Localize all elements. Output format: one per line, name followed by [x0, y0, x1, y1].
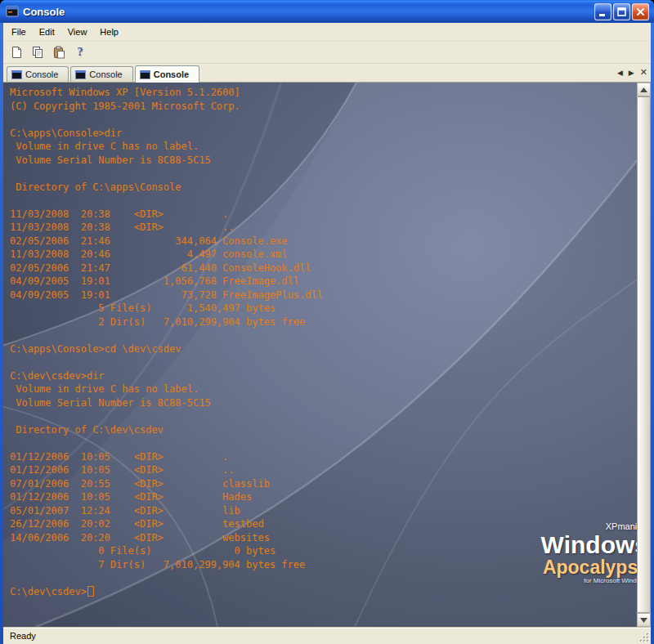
scrollbar-track[interactable]: [637, 96, 651, 613]
tab-console-1[interactable]: Console: [7, 66, 69, 82]
tab-controls: ◀ ▶ ✕: [617, 67, 647, 78]
help-icon: ?: [78, 46, 83, 59]
console-tab-icon: [11, 69, 22, 80]
status-bar: Ready: [3, 627, 651, 644]
scrollbar-thumb[interactable]: [637, 96, 651, 613]
menu-view[interactable]: View: [61, 25, 94, 39]
window-controls: [594, 3, 649, 20]
tab-close-button[interactable]: ✕: [640, 67, 647, 78]
maximize-icon: [616, 7, 627, 17]
tab-label: Console: [89, 69, 122, 79]
new-document-icon: [10, 46, 23, 59]
tab-console-2[interactable]: Console: [70, 66, 132, 82]
tab-console-3-active[interactable]: Console: [135, 65, 199, 83]
menu-help[interactable]: Help: [93, 25, 125, 39]
tab-scroll-left-button[interactable]: ◀: [617, 69, 623, 77]
paste-button[interactable]: [49, 43, 69, 62]
console-tab-icon: [140, 69, 150, 80]
scroll-up-button[interactable]: [637, 83, 651, 96]
console-text: Microsoft Windows XP [Version 5.1.2600] …: [10, 87, 323, 597]
menubar: File Edit View Help: [3, 23, 651, 42]
minimize-icon: [598, 7, 608, 17]
vertical-scrollbar[interactable]: [637, 83, 651, 627]
menu-edit[interactable]: Edit: [33, 25, 61, 39]
app-icon: [6, 5, 19, 18]
tab-scroll-right-button[interactable]: ▶: [629, 69, 634, 77]
close-button[interactable]: [632, 3, 649, 20]
scroll-down-button[interactable]: [637, 613, 651, 627]
window-title: Console: [23, 6, 594, 18]
console-tab-icon: [75, 69, 86, 80]
maximize-button[interactable]: [613, 3, 630, 20]
titlebar[interactable]: Console: [0, 0, 654, 23]
scroll-up-arrow-icon: [640, 87, 647, 92]
tab-label: Console: [154, 69, 189, 79]
paste-icon: [52, 46, 65, 59]
console-output: Microsoft Windows XP [Version 5.1.2600] …: [3, 83, 637, 627]
console-window: Console File Edit View Help: [0, 0, 654, 644]
resize-grip[interactable]: [639, 633, 650, 643]
copy-button[interactable]: [28, 43, 47, 62]
scroll-down-arrow-icon: [640, 618, 647, 623]
status-text: Ready: [10, 631, 36, 641]
tab-label: Console: [25, 69, 58, 79]
minimize-button[interactable]: [594, 3, 611, 20]
menu-file[interactable]: File: [5, 25, 33, 39]
copy-icon: [31, 46, 44, 59]
console-area[interactable]: XPmania's Windows Apocalypse for Microso…: [3, 83, 651, 627]
help-button[interactable]: ?: [70, 43, 90, 62]
toolbar: ?: [3, 42, 651, 64]
new-tab-button[interactable]: [7, 43, 26, 62]
close-icon: [635, 7, 646, 17]
console-cursor: [87, 586, 94, 597]
tab-bar: Console Console Console ◀ ▶ ✕: [3, 64, 651, 83]
